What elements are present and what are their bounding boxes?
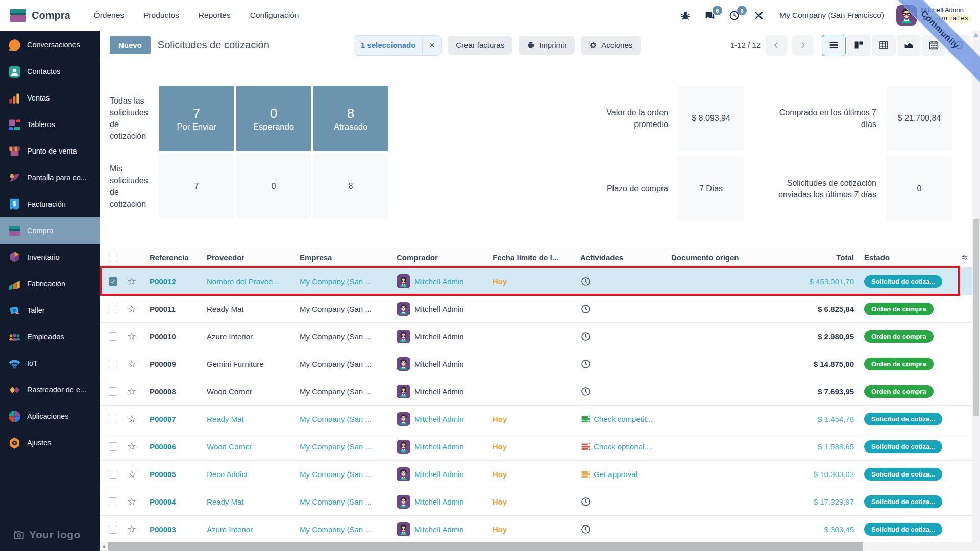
my-to-send-tile[interactable]: 7 bbox=[159, 154, 234, 219]
pager-next-button[interactable] bbox=[792, 35, 814, 56]
row-checkbox[interactable]: ✓ bbox=[109, 277, 117, 286]
column-comprador[interactable]: Comprador bbox=[393, 248, 488, 267]
table-row[interactable]: ✓ ☆ P00007 Ready Mat My Company (San ...… bbox=[100, 405, 972, 433]
sidebar-item-compra[interactable]: Compra bbox=[0, 217, 100, 244]
avg-order-value-tile[interactable]: $ 8.093,94 bbox=[678, 86, 744, 151]
scroll-up-arrow-icon[interactable] bbox=[973, 33, 978, 37]
row-checkbox[interactable]: ✓ bbox=[109, 305, 117, 313]
table-row[interactable]: ✓ ☆ P00004 Ready Mat My Company (San ...… bbox=[100, 488, 972, 515]
sidebar-item-taller[interactable]: Taller bbox=[0, 297, 100, 323]
column-estado[interactable]: Estado bbox=[860, 248, 957, 267]
row-checkbox[interactable]: ✓ bbox=[109, 415, 117, 423]
messages-icon[interactable]: 6 bbox=[704, 9, 716, 21]
favorite-star-icon[interactable]: ☆ bbox=[127, 496, 136, 507]
rfqs-sent-last-7-days-tile[interactable]: 0 bbox=[887, 156, 952, 221]
table-row[interactable]: ✓ ☆ P00006 Wood Corner My Company (San .… bbox=[100, 433, 972, 460]
sidebar-item-aplicaciones[interactable]: Aplicaciones bbox=[0, 403, 100, 430]
favorite-star-icon[interactable]: ☆ bbox=[127, 331, 136, 342]
sidebar-item-inventario[interactable]: Inventario bbox=[0, 244, 100, 270]
all-late-tile[interactable]: 8 Atrasado bbox=[313, 86, 388, 151]
row-checkbox[interactable]: ✓ bbox=[109, 360, 117, 368]
row-checkbox[interactable]: ✓ bbox=[109, 387, 117, 396]
my-waiting-tile[interactable]: 0 bbox=[236, 154, 311, 219]
sidebar-item-contactos[interactable]: Contactos bbox=[0, 58, 100, 85]
table-row[interactable]: ✓ ☆ P00009 Gemini Furniture My Company (… bbox=[100, 350, 972, 378]
view-pivot-button[interactable] bbox=[872, 35, 896, 56]
purchased-last-7-days-tile[interactable]: $ 21.700,84 bbox=[887, 86, 952, 151]
column-referencia[interactable]: Referencia bbox=[145, 248, 203, 267]
print-button[interactable]: Imprimir bbox=[519, 36, 575, 55]
sidebar-item-empleados[interactable]: Empleados bbox=[0, 323, 100, 350]
table-row[interactable]: ✓ ☆ P00008 Wood Corner My Company (San .… bbox=[100, 378, 972, 405]
activity-clock-icon[interactable] bbox=[580, 276, 591, 287]
app-brand[interactable]: Compra bbox=[9, 9, 70, 22]
company-switcher[interactable]: My Company (San Francisco) bbox=[779, 11, 884, 20]
my-late-tile[interactable]: 8 bbox=[313, 154, 388, 219]
row-checkbox[interactable]: ✓ bbox=[109, 497, 117, 506]
activity-label[interactable]: Get approval bbox=[594, 470, 638, 479]
new-button[interactable]: Nuevo bbox=[110, 36, 151, 54]
column-fecha-limite[interactable]: Fecha límite de l... bbox=[488, 248, 576, 267]
pager-previous-button[interactable] bbox=[766, 35, 787, 56]
table-row[interactable]: ✓ ☆ P00005 Deco Addict My Company (San .… bbox=[100, 460, 972, 488]
activity-list-icon[interactable] bbox=[580, 414, 591, 424]
create-invoices-button[interactable]: Crear facturas bbox=[448, 36, 512, 55]
clear-selection-icon[interactable]: ✕ bbox=[422, 36, 441, 55]
table-row[interactable]: ✓ ☆ P00012 Nombre del Provee... My Compa… bbox=[100, 267, 972, 295]
sidebar-item-tableros[interactable]: Tableros bbox=[0, 111, 100, 138]
row-checkbox[interactable]: ✓ bbox=[109, 470, 117, 479]
scroll-left-arrow-icon[interactable]: ◄ bbox=[100, 544, 108, 549]
view-kanban-button[interactable] bbox=[847, 35, 871, 56]
sidebar-item-fabricacion[interactable]: Fabricación bbox=[0, 270, 100, 297]
sidebar-item-punto_venta[interactable]: Punto de venta bbox=[0, 138, 100, 164]
sidebar-item-iot[interactable]: IoT bbox=[0, 350, 100, 377]
row-checkbox[interactable]: ✓ bbox=[109, 525, 117, 534]
vertical-scrollbar-thumb[interactable] bbox=[973, 219, 979, 416]
select-all-checkbox[interactable]: ✓ bbox=[109, 254, 117, 262]
column-empresa[interactable]: Empresa bbox=[296, 248, 393, 267]
favorite-star-icon[interactable]: ☆ bbox=[127, 276, 136, 287]
table-row[interactable]: ✓ ☆ P00003 Azure Interior My Company (Sa… bbox=[100, 515, 972, 543]
activity-label[interactable]: Check optional ... bbox=[594, 442, 653, 451]
activity-clock-icon[interactable] bbox=[580, 359, 591, 369]
optional-columns-icon[interactable] bbox=[961, 253, 968, 262]
activity-list-icon[interactable] bbox=[580, 441, 591, 452]
favorite-star-icon[interactable]: ☆ bbox=[127, 441, 136, 452]
row-checkbox[interactable]: ✓ bbox=[109, 332, 117, 341]
favorite-star-icon[interactable]: ☆ bbox=[127, 413, 136, 424]
activity-clock-icon[interactable] bbox=[580, 496, 591, 507]
actions-button[interactable]: Acciones bbox=[581, 36, 641, 55]
all-waiting-tile[interactable]: 0 Esperando bbox=[236, 86, 311, 151]
sidebar-item-conversaciones[interactable]: Conversaciones bbox=[0, 32, 100, 58]
activity-clock-icon[interactable] bbox=[580, 331, 591, 342]
sidebar-item-ventas[interactable]: Ventas bbox=[0, 85, 100, 111]
horizontal-scrollbar-thumb[interactable] bbox=[108, 542, 863, 551]
column-proveedor[interactable]: Proveedor bbox=[203, 248, 296, 267]
table-row[interactable]: ✓ ☆ P00010 Azure Interior My Company (Sa… bbox=[100, 322, 972, 350]
purchase-lead-time-tile[interactable]: 7 Días bbox=[678, 156, 744, 221]
activity-clock-icon[interactable] bbox=[580, 304, 591, 314]
debug-bug-icon[interactable] bbox=[679, 9, 692, 21]
view-list-button[interactable] bbox=[822, 35, 846, 56]
sidebar-item-rastreador[interactable]: Rastreador de e... bbox=[0, 377, 100, 403]
activity-label[interactable]: Check competit... bbox=[594, 415, 653, 423]
menu-ordenes[interactable]: Órdenes bbox=[94, 11, 124, 20]
activities-clock-icon[interactable]: 6 bbox=[728, 9, 741, 21]
column-documento-origen[interactable]: Documento origen bbox=[667, 248, 783, 267]
sidebar-item-pantalla[interactable]: Pantalla para co... bbox=[0, 164, 100, 191]
activity-clock-icon[interactable] bbox=[580, 386, 591, 397]
menu-configuracion[interactable]: Configuración bbox=[250, 11, 299, 20]
activity-clock-icon[interactable] bbox=[580, 524, 591, 535]
sidebar-item-facturacion[interactable]: $ Facturación bbox=[0, 191, 100, 217]
all-to-send-tile[interactable]: 7 Por Enviar bbox=[159, 86, 234, 151]
favorite-star-icon[interactable]: ☆ bbox=[127, 303, 136, 314]
favorite-star-icon[interactable]: ☆ bbox=[127, 358, 136, 369]
tools-icon[interactable] bbox=[753, 9, 765, 21]
row-checkbox[interactable]: ✓ bbox=[109, 442, 117, 451]
sidebar-item-ajustes[interactable]: Ajustes bbox=[0, 430, 100, 456]
favorite-star-icon[interactable]: ☆ bbox=[127, 468, 136, 480]
favorite-star-icon[interactable]: ☆ bbox=[127, 386, 136, 397]
table-row[interactable]: ✓ ☆ P00011 Ready Mat My Company (San ...… bbox=[100, 295, 972, 322]
favorite-star-icon[interactable]: ☆ bbox=[127, 523, 136, 535]
activity-list-icon[interactable] bbox=[580, 469, 591, 480]
